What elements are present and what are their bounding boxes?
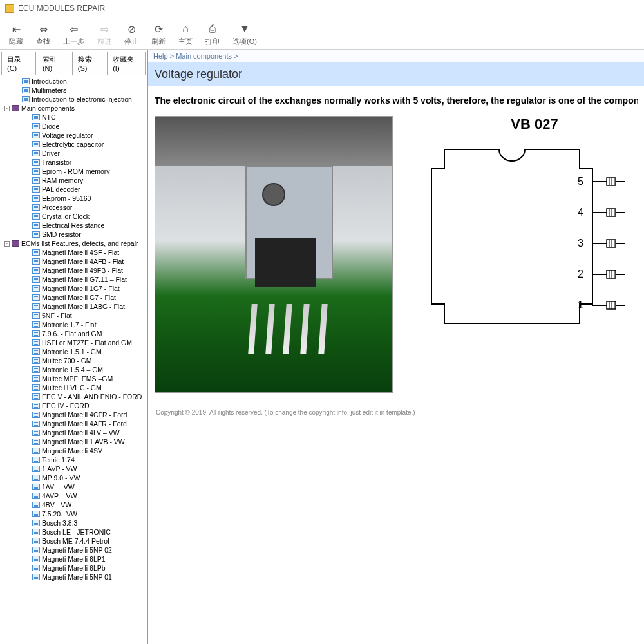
tab-index[interactable]: 索引(N)	[37, 52, 71, 75]
page-icon	[22, 87, 30, 93]
copyright: Copyright © 2019. All rights reserved. (…	[155, 406, 638, 419]
tree-item[interactable]: Magneti Marelli 5NP 01	[1, 573, 146, 582]
tab-favorites[interactable]: 收藏夹(I)	[107, 52, 146, 75]
tree[interactable]: IntroductionMultimetersIntroduction to e…	[0, 75, 147, 644]
tree-item[interactable]: Driver	[1, 149, 146, 158]
tree-item[interactable]: Magneti Marelli 5NP 02	[1, 545, 146, 554]
tree-item[interactable]: Bosch 3.8.3	[1, 518, 146, 527]
tree-item[interactable]: Electrolytic capacitor	[1, 140, 146, 149]
tree-label: Introduction to electronic injection	[32, 95, 132, 103]
tree-item[interactable]: Magneti Marelli 4AFB - Fiat	[1, 257, 146, 266]
locate-icon: ⇔	[37, 23, 50, 35]
tree-item[interactable]: 1AVI – VW	[1, 482, 146, 491]
tree-item[interactable]: -Main components	[1, 104, 146, 113]
tree-item[interactable]: Introduction	[1, 77, 146, 86]
tree-item[interactable]: PAL decoder	[1, 185, 146, 194]
tree-item[interactable]: Multimeters	[1, 86, 146, 95]
tab-contents[interactable]: 目录(C)	[1, 52, 36, 75]
tree-item[interactable]: Magneti Marelli 49FB - Fiat	[1, 266, 146, 275]
tree-item[interactable]: Multec H VHC - GM	[1, 383, 146, 392]
hide-icon: ⇤	[10, 23, 23, 35]
tree-item[interactable]: 1 AVP - VW	[1, 464, 146, 473]
tree-item[interactable]: 4BV - VW	[1, 500, 146, 509]
tree-item[interactable]: 7.5.20.–VW	[1, 509, 146, 518]
tree-item[interactable]: RAM memory	[1, 176, 146, 185]
tree-item[interactable]: Magneti Marelli 1ABG - Fiat	[1, 302, 146, 311]
tree-item[interactable]: Magneti Marelli 1G7 - Fiat	[1, 284, 146, 293]
tool-label: 选项(O)	[232, 37, 257, 46]
tree-item[interactable]: Magneti Marelli 4LV – VW	[1, 428, 146, 437]
tool-hide-button[interactable]: ⇤隐藏	[3, 21, 30, 48]
page-icon	[32, 366, 40, 373]
tool-label: 隐藏	[9, 37, 23, 46]
page-title: Voltage regulator	[148, 62, 644, 86]
tree-item[interactable]: EEC IV - FORD	[1, 401, 146, 410]
tree-item[interactable]: Processor	[1, 203, 146, 212]
breadcrumb-section[interactable]: Main components	[176, 52, 232, 60]
book-icon	[12, 240, 19, 247]
tree-item[interactable]: Magneti Marelli 4AFR - Ford	[1, 419, 146, 428]
tree-item[interactable]: Magneti Marelli 4SV	[1, 446, 146, 455]
tree-item[interactable]: SMD resistor	[1, 230, 146, 239]
tree-item[interactable]: Magneti Marelli 1 AVB - VW	[1, 437, 146, 446]
tree-label: Transistor	[42, 158, 71, 166]
svg-text:4: 4	[578, 207, 583, 218]
tree-item[interactable]: Bosch ME 7.4.4 Petrol	[1, 536, 146, 545]
tree-item[interactable]: -ECMs list Features, defects, and repair	[1, 239, 146, 248]
tree-item[interactable]: 7.9.6. - Fiat and GM	[1, 329, 146, 338]
tree-item[interactable]: Multec 700 - GM	[1, 356, 146, 365]
tree-item[interactable]: Eprom - ROM memory	[1, 167, 146, 176]
tree-item[interactable]: EEprom - 95160	[1, 194, 146, 203]
tree-item[interactable]: NTC	[1, 113, 146, 122]
tree-item[interactable]: Transistor	[1, 158, 146, 167]
tree-item[interactable]: Magneti Marelli 6LPb	[1, 564, 146, 573]
tab-search[interactable]: 搜索(S)	[72, 52, 106, 75]
tool-locate-button[interactable]: ⇔查找	[30, 21, 57, 48]
tree-item[interactable]: Voltage regulator	[1, 131, 146, 140]
tree-item[interactable]: HSFI or MT27E - Fiat and GM	[1, 338, 146, 347]
tree-item[interactable]: 4AVP – VW	[1, 491, 146, 500]
tree-item[interactable]: Temic 1.74	[1, 455, 146, 464]
tree-item[interactable]: Magneti Marelli G7 - Fiat	[1, 293, 146, 302]
expander-icon[interactable]: -	[4, 241, 10, 247]
page-icon	[32, 213, 40, 220]
breadcrumb: Help > Main components >	[148, 50, 644, 62]
tree-item[interactable]: MP 9.0 - VW	[1, 473, 146, 482]
breadcrumb-root[interactable]: Help	[153, 52, 168, 60]
page-icon	[32, 177, 40, 184]
tree-item[interactable]: Bosch LE - JETRONIC	[1, 527, 146, 536]
page-icon	[32, 547, 40, 553]
tree-item[interactable]: Magneti Marelli 4SF - Fiat	[1, 248, 146, 257]
tree-item[interactable]: Magneti Marelli 6LP1	[1, 554, 146, 564]
tree-item[interactable]: Magneti Marelli G7.11 – Fiat	[1, 275, 146, 284]
tool-home-button[interactable]: ⌂主页	[172, 21, 199, 48]
tree-item[interactable]: Motronic 1.7 - Fiat	[1, 320, 146, 329]
tree-item[interactable]: Motronic 1.5.1 - GM	[1, 347, 146, 356]
tree-item[interactable]: Introduction to electronic injection	[1, 95, 146, 104]
tree-item[interactable]: Multec MPFI EMS –GM	[1, 374, 146, 383]
tree-item[interactable]: 5NF - Fiat	[1, 311, 146, 320]
tree-item[interactable]: Electrical Resistance	[1, 221, 146, 230]
tree-label: Voltage regulator	[42, 131, 93, 139]
tree-label: Magneti Marelli 4LV – VW	[42, 429, 120, 437]
tool-back-button[interactable]: ⇦上一步	[57, 21, 91, 48]
page-icon	[32, 114, 40, 120]
tree-item[interactable]: Motronic 1.5.4 – GM	[1, 365, 146, 374]
tree-label: Magneti Marelli 1ABG - Fiat	[42, 303, 125, 310]
expander-icon[interactable]: -	[4, 106, 10, 111]
tree-item[interactable]: Diode	[1, 122, 146, 131]
tool-stop-button[interactable]: ⊘停止	[118, 21, 145, 48]
page-icon	[32, 339, 40, 346]
tool-refresh-button[interactable]: ⟳刷新	[145, 21, 172, 48]
tree-label: Motronic 1.7 - Fiat	[42, 321, 97, 328]
tree-item[interactable]: Crystal or Clock	[1, 212, 146, 221]
page-icon	[32, 393, 40, 400]
tool-print-button[interactable]: ⎙打印	[199, 21, 226, 48]
tool-options-button[interactable]: ▼选项(O)	[226, 21, 263, 48]
tree-item[interactable]: Magneti Marelli 4CFR - Ford	[1, 410, 146, 419]
page-icon	[32, 511, 40, 517]
page-icon	[32, 159, 40, 166]
home-icon: ⌂	[179, 23, 192, 35]
tree-label: EEC V - ANIL AND ENIO - FORD	[42, 393, 142, 401]
tree-item[interactable]: EEC V - ANIL AND ENIO - FORD	[1, 392, 146, 401]
